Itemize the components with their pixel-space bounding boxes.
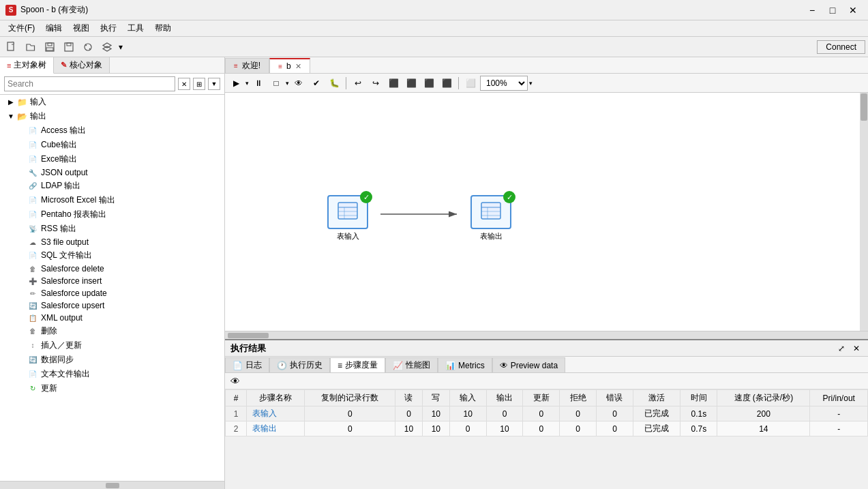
distribute-v-button[interactable]: ⬛ — [438, 76, 455, 91]
debug-button[interactable]: 🐛 — [326, 76, 342, 91]
search-clear-button[interactable]: ✕ — [178, 78, 190, 90]
flow-node-input[interactable]: ✓ 表输入 — [327, 195, 368, 241]
col-speed: 速度 (条记录/秒) — [717, 390, 810, 406]
menu-bar: 文件(F) 编辑 视图 执行 工具 帮助 — [0, 20, 868, 37]
list-item[interactable]: 🗑删除 — [0, 324, 224, 338]
tab-step-metrics-icon: ≡ — [338, 361, 342, 370]
list-item[interactable]: 📋XML output — [0, 312, 224, 324]
eye-icon[interactable]: 👁 — [230, 376, 240, 387]
toolbar-layers[interactable] — [98, 39, 116, 55]
toolbar-save[interactable] — [41, 39, 59, 55]
tree-item-output[interactable]: ▼ 📂 输出 — [0, 109, 224, 123]
canvas-hscroll[interactable] — [225, 331, 868, 339]
undo-button[interactable]: ↩ — [350, 76, 366, 91]
flow-node-output[interactable]: ✓ 表输出 — [470, 195, 511, 241]
search-filter-button[interactable]: ▼ — [208, 78, 220, 90]
list-item[interactable]: 📄Cube输出 — [0, 138, 224, 152]
list-item[interactable]: 📄文本文件输出 — [0, 367, 224, 381]
search-input[interactable] — [4, 76, 175, 91]
list-item[interactable]: 🔧JSON output — [0, 166, 224, 179]
canvas-vscroll[interactable] — [860, 93, 868, 331]
list-item[interactable]: 🔄数据同步 — [0, 353, 224, 367]
left-scroll[interactable] — [0, 481, 224, 489]
list-item[interactable]: 📄Access 输出 — [0, 123, 224, 138]
window-controls: − □ ✕ — [803, 1, 863, 20]
toolbar-open[interactable] — [22, 39, 40, 55]
tab-preview-data[interactable]: 👁 Preview data — [492, 357, 565, 372]
tab-welcome-icon: ≡ — [234, 62, 238, 70]
zoom-dropdown[interactable]: ▾ — [529, 80, 533, 87]
tab-core-objects-icon: ✎ — [61, 61, 67, 70]
stop-button[interactable]: □ — [268, 76, 284, 91]
tab-b-icon: ≡ — [278, 63, 282, 70]
fit-button[interactable]: ⬜ — [462, 76, 479, 91]
redo-button[interactable]: ↪ — [368, 76, 384, 91]
list-item[interactable]: 📄Pentaho 报表输出 — [0, 207, 224, 222]
zoom-select[interactable]: 100% 50% 75% 125% 150% 200% — [480, 76, 528, 91]
run-dropdown[interactable]: ▾ — [245, 80, 249, 87]
list-item[interactable]: ➕Salesforce insert — [0, 275, 224, 287]
bottom-close-button[interactable]: ✕ — [850, 342, 863, 355]
tab-log-label: 日志 — [245, 359, 262, 371]
tab-main-objects[interactable]: ≡ 主对象树 — [0, 57, 54, 74]
bottom-expand-button[interactable]: ⤢ — [835, 342, 848, 355]
maximize-button[interactable]: □ — [823, 1, 842, 20]
list-item[interactable]: 🔄Salesforce upsert — [0, 299, 224, 312]
list-item[interactable]: 🗑Salesforce delete — [0, 263, 224, 275]
toolbar-explore[interactable] — [79, 39, 97, 55]
run-button[interactable]: ▶ — [228, 76, 244, 91]
editor-tabs: ≡ 欢迎! ≡ b ✕ — [225, 57, 868, 74]
tab-performance[interactable]: 📈 性能图 — [385, 357, 438, 372]
check-button[interactable]: ✔ — [308, 76, 325, 91]
list-item[interactable]: 📡RSS 输出 — [0, 222, 224, 236]
tab-core-objects[interactable]: ✎ 核心对象 — [54, 57, 110, 73]
tab-b-label: b — [286, 61, 291, 71]
tab-b-close[interactable]: ✕ — [295, 62, 301, 71]
folder-icon-input: 📁 — [16, 98, 27, 107]
node-box-input: ✓ — [327, 195, 368, 229]
panel-tabs: ≡ 主对象树 ✎ 核心对象 — [0, 57, 224, 74]
tab-history[interactable]: 🕐 执行历史 — [269, 357, 330, 372]
list-item[interactable]: 🔗LDAP 输出 — [0, 179, 224, 193]
col-status: 激活 — [633, 390, 680, 406]
tab-main-objects-label: 主对象树 — [14, 59, 46, 71]
tab-metrics[interactable]: 📊 Metrics — [438, 357, 492, 372]
minimize-button[interactable]: − — [803, 1, 822, 20]
list-item[interactable]: ↕插入／更新 — [0, 338, 224, 353]
tab-log[interactable]: 📄 日志 — [225, 357, 269, 372]
list-item[interactable]: 📄Microsoft Excel 输出 — [0, 193, 224, 207]
menu-view[interactable]: 视图 — [68, 21, 95, 35]
menu-tools[interactable]: 工具 — [122, 21, 149, 35]
connect-button[interactable]: Connect — [817, 40, 865, 54]
bottom-header: 执行结果 ⤢ ✕ — [225, 340, 868, 357]
bottom-panel: 执行结果 ⤢ ✕ 📄 日志 🕐 执行历史 — [225, 339, 868, 489]
list-item[interactable]: ☁S3 file output — [0, 236, 224, 248]
title-bar: S Spoon - b (有变动) − □ ✕ — [0, 0, 868, 20]
pause-button[interactable]: ⏸ — [250, 76, 267, 91]
toolbar-new[interactable] — [3, 39, 20, 55]
toolbar-dropdown[interactable]: ▾ — [119, 42, 123, 52]
distribute-h-button[interactable]: ⬛ — [421, 76, 437, 91]
list-item[interactable]: 📄SQL 文件输出 — [0, 248, 224, 263]
stop-dropdown[interactable]: ▾ — [286, 80, 289, 87]
toolbar-saveas[interactable] — [60, 39, 78, 55]
tab-step-metrics[interactable]: ≡ 步骤度量 — [330, 357, 385, 372]
tab-welcome[interactable]: ≡ 欢迎! — [225, 58, 269, 73]
close-button[interactable]: ✕ — [843, 1, 863, 20]
search-options-button[interactable]: ⊞ — [193, 78, 205, 90]
menu-file[interactable]: 文件(F) — [3, 21, 40, 35]
list-item[interactable]: 📄Excel输出 — [0, 152, 224, 166]
menu-edit[interactable]: 编辑 — [40, 21, 68, 35]
list-item[interactable]: ↻更新 — [0, 381, 224, 396]
preview-button[interactable]: 👁 — [290, 76, 307, 91]
tree-item-input[interactable]: ▶ 📁 输入 — [0, 95, 224, 109]
align-h-button[interactable]: ⬛ — [385, 76, 402, 91]
menu-help[interactable]: 帮助 — [149, 21, 177, 35]
tab-history-icon: 🕐 — [277, 361, 287, 370]
node-check-output: ✓ — [503, 191, 515, 203]
menu-run[interactable]: 执行 — [95, 21, 122, 35]
align-v-button[interactable]: ⬛ — [403, 76, 419, 91]
list-item[interactable]: ✏Salesforce update — [0, 287, 224, 299]
tab-b[interactable]: ≡ b ✕ — [269, 58, 310, 73]
canvas-area[interactable]: ✓ 表输入 — [225, 93, 868, 331]
